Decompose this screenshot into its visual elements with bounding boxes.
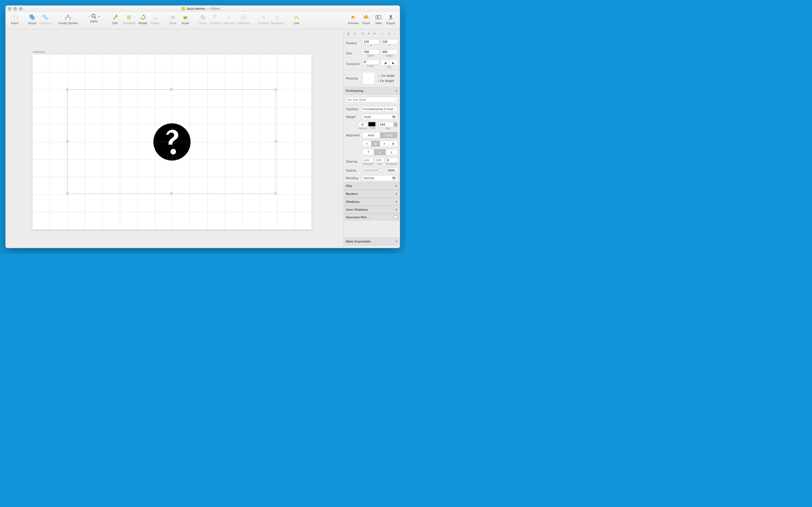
chevron-down-icon[interactable]: ⌄ — [221, 8, 224, 10]
mask-icon — [169, 13, 176, 21]
svg-text:+: + — [13, 15, 15, 19]
rotate-input[interactable] — [362, 59, 379, 64]
canvas[interactable]: Artboard — [6, 29, 343, 248]
position-label: Position — [346, 41, 361, 45]
valign-mid[interactable]: ≑ — [374, 149, 386, 155]
opacity-slider[interactable] — [364, 170, 382, 171]
ungroup-icon — [42, 13, 49, 21]
align-fixed[interactable]: Fixed — [380, 132, 397, 138]
view-button[interactable]: View — [372, 13, 385, 25]
valign-top[interactable]: ⤒ — [363, 149, 374, 155]
union-button[interactable]: Union — [197, 13, 209, 25]
height-input[interactable] — [381, 49, 398, 54]
scale-button[interactable]: Scale — [179, 13, 192, 25]
char-spacing[interactable] — [362, 158, 373, 163]
cloud-button[interactable]: Cloud — [360, 13, 372, 25]
subtract-button[interactable]: Subtract — [209, 13, 222, 25]
align-bottom[interactable]: ⫰ — [393, 31, 398, 36]
borders-header[interactable]: Borders+ — [344, 190, 400, 198]
edit-button[interactable]: AEdit — [109, 13, 121, 25]
text-style-dropdown[interactable]: No Text Style⌄ — [346, 97, 398, 103]
difference-button[interactable]: Difference — [236, 13, 252, 25]
resize-box[interactable]: ▫ — [362, 72, 375, 84]
line-spacing[interactable] — [375, 158, 385, 163]
zoom-out[interactable]: − — [88, 14, 90, 18]
svg-rect-9 — [127, 15, 131, 19]
group-button[interactable]: Group — [26, 13, 38, 25]
forward-button[interactable]: Forward — [257, 13, 270, 25]
align-top[interactable]: ⫯ — [380, 31, 385, 36]
intersect-button[interactable]: Intersect — [222, 13, 236, 25]
align-left[interactable]: ⫷ — [360, 31, 365, 36]
plus-icon[interactable]: + — [395, 89, 398, 93]
zoom-control[interactable]: − + 100% — [84, 13, 104, 24]
zoom-in[interactable]: + — [98, 14, 100, 18]
transform-button[interactable]: Transform — [121, 13, 137, 25]
text-right[interactable]: ≡ — [380, 141, 389, 147]
preview-button[interactable]: Preview — [347, 13, 360, 25]
text-valign[interactable]: ⤒ ≑ ⤓ — [362, 149, 398, 155]
prototyping-header[interactable]: Prototyping+ — [344, 87, 400, 95]
plus-icon[interactable]: + — [395, 200, 398, 204]
flatten-button[interactable]: Flatten — [149, 13, 161, 25]
valign-bot[interactable]: ⤓ — [386, 149, 397, 155]
font-size-input[interactable] — [378, 122, 394, 127]
alignment-mode[interactable]: AutoFixed — [362, 132, 398, 138]
edit-icon: A — [111, 13, 119, 21]
opacity-input[interactable] — [386, 168, 398, 173]
flip-v[interactable]: ◣ — [389, 60, 397, 65]
fills-header[interactable]: Fills+ — [344, 182, 400, 190]
gaussian-blur-header[interactable]: Gaussian Blur ⌄ — [344, 214, 400, 221]
align-dist-v[interactable]: ≡ — [352, 31, 357, 36]
pos-x-input[interactable] — [362, 39, 379, 44]
inner-shadows-header[interactable]: Inner Shadows+ — [344, 206, 400, 214]
blur-checkbox[interactable] — [394, 215, 398, 219]
svg-point-13 — [185, 16, 187, 17]
fix-height[interactable]: ↕ Fix Height — [377, 79, 398, 82]
color-swatch[interactable] — [368, 122, 375, 126]
export-button[interactable]: Export — [385, 13, 397, 25]
body: Artboard — [6, 29, 400, 248]
para-spacing[interactable] — [386, 158, 398, 163]
weight-dropdown[interactable]: Solid⇅ — [362, 114, 398, 120]
shadows-header[interactable]: Shadows+ — [344, 198, 400, 206]
align-hcenter[interactable]: ≑ — [366, 31, 371, 36]
typeface-dropdown[interactable]: Font Awesome 5 Free⌄ — [361, 106, 398, 112]
text-justify[interactable]: ≣ — [389, 141, 397, 147]
width-input[interactable] — [362, 49, 379, 54]
plus-icon[interactable]: + — [395, 191, 398, 196]
titlebar: docs-demos — Edited ⌄ — [6, 6, 400, 12]
insert-button[interactable]: + Insert — [8, 13, 21, 25]
text-halign[interactable]: ≡ ≣ ≡ ≣ — [362, 140, 398, 147]
blending-dropdown[interactable]: Normal⇅ — [362, 175, 398, 181]
svg-rect-5 — [45, 17, 48, 20]
align-auto[interactable]: Auto — [363, 132, 380, 138]
artboard[interactable] — [33, 55, 312, 229]
svg-rect-24 — [389, 18, 393, 19]
plus-icon[interactable]: + — [395, 184, 398, 188]
pos-y-input[interactable] — [381, 39, 398, 44]
fix-width[interactable]: ↔ Fix Width — [377, 74, 398, 77]
ungroup-button[interactable]: Ungroup — [38, 13, 52, 25]
weight-label: Weight — [346, 115, 361, 119]
align-dist-h[interactable]: |‖ — [346, 31, 351, 36]
plus-icon[interactable]: + — [395, 239, 398, 244]
backward-button[interactable]: Backward — [270, 13, 285, 25]
doc-name: docs-demos — [187, 7, 205, 11]
options-button[interactable]: ⚙ — [358, 122, 367, 127]
mask-button[interactable]: Mask — [167, 13, 179, 25]
rotate-button[interactable]: Rotate — [137, 13, 149, 25]
text-center[interactable]: ≣ — [371, 141, 380, 147]
flip-h[interactable]: ◢ — [381, 60, 389, 65]
create-symbol-button[interactable]: Create Symbol — [57, 13, 79, 25]
link-button[interactable]: Link — [290, 13, 303, 25]
text-left[interactable]: ≡ — [363, 141, 371, 147]
plus-icon[interactable]: + — [395, 207, 398, 212]
align-right[interactable]: ⫸ — [372, 31, 377, 36]
align-vcenter[interactable]: ≑ — [386, 31, 391, 36]
artboard-label[interactable]: Artboard — [33, 50, 45, 54]
inspector: |‖ ≡ ⫷ ≑ ⫸ ⫯ ≑ ⫰ Position X Y — [343, 29, 400, 248]
make-exportable-header[interactable]: Make Exportable+ — [344, 237, 400, 245]
flip-seg[interactable]: ◢◣ — [381, 59, 398, 66]
svg-point-11 — [170, 15, 175, 19]
